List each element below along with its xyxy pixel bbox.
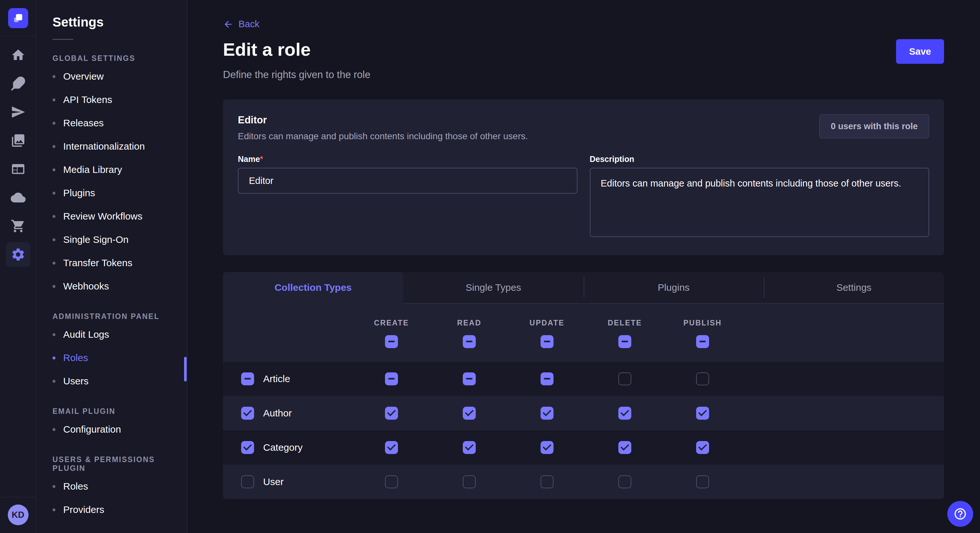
sidebar-item-label: Transfer Tokens [63, 257, 132, 268]
checkbox-article-create[interactable] [385, 373, 398, 385]
strapi-logo[interactable] [8, 8, 28, 28]
rail-item-cart[interactable] [10, 218, 26, 234]
tab-settings[interactable]: Settings [764, 272, 944, 304]
rail-item-gear[interactable] [6, 242, 30, 267]
checkbox-category-read[interactable] [463, 441, 476, 454]
sidebar-item-label: Overview [63, 71, 104, 82]
sidebar-item-label: Configuration [63, 424, 121, 435]
bullet-icon [52, 75, 56, 78]
nav-rail-items [6, 36, 30, 497]
sidebar-item-internationalization[interactable]: Internationalization [52, 135, 177, 158]
role-name-title: Editor [238, 114, 528, 126]
permission-cell [586, 373, 664, 385]
help-button[interactable] [947, 501, 973, 527]
checkbox-user-update[interactable] [541, 475, 554, 488]
tab-plugins[interactable]: Plugins [584, 272, 764, 304]
checkbox-row-author[interactable] [241, 407, 254, 420]
checkbox-article-update[interactable] [541, 373, 554, 385]
rail-item-home[interactable] [10, 47, 26, 63]
checkbox-article-read[interactable] [463, 373, 476, 385]
column-label: UPDATE [530, 319, 565, 327]
entity-label: User [263, 476, 283, 487]
checkbox-user-read[interactable] [463, 475, 476, 488]
rail-item-paper-plane[interactable] [10, 104, 26, 120]
sidebar-item-roles[interactable]: Roles [52, 475, 177, 498]
name-input[interactable] [238, 168, 578, 194]
checkbox-select-all-publish[interactable] [696, 335, 709, 348]
checkbox-select-all-read[interactable] [463, 335, 476, 348]
sidebar-item-label: Plugins [63, 187, 95, 198]
permission-row-user: User [223, 465, 944, 499]
checkbox-select-all-delete[interactable] [618, 335, 631, 348]
checkbox-category-publish[interactable] [696, 441, 709, 454]
sidebar-item-releases[interactable]: Releases [52, 111, 177, 135]
sidebar-item-configuration[interactable]: Configuration [52, 418, 177, 441]
rail-item-feather[interactable] [10, 76, 26, 91]
sidebar-item-plugins[interactable]: Plugins [52, 181, 177, 205]
sidebar-item-review-workflows[interactable]: Review Workflows [52, 205, 177, 228]
back-link[interactable]: Back [223, 19, 259, 30]
sidebar-item-media-library[interactable]: Media Library [52, 158, 177, 181]
checkbox-row-category[interactable] [241, 441, 254, 454]
checkbox-select-all-update[interactable] [541, 335, 554, 348]
column-header-delete: DELETE [586, 319, 664, 348]
column-label: PUBLISH [684, 319, 722, 327]
checkbox-author-read[interactable] [463, 407, 476, 420]
sidebar-item-webhooks[interactable]: Webhooks [52, 274, 177, 298]
tab-collection-types[interactable]: Collection Types [223, 272, 403, 304]
home-icon [11, 48, 25, 62]
bullet-icon [52, 168, 56, 171]
role-card-header: Editor Editors can manage and publish co… [238, 114, 929, 141]
checkbox-select-all-create[interactable] [385, 335, 398, 348]
avatar[interactable]: KD [8, 504, 29, 525]
sidebar-item-audit-logs[interactable]: Audit Logs [52, 323, 177, 346]
required-asterisk: * [260, 154, 263, 163]
sidebar-item-roles[interactable]: Roles [52, 346, 177, 370]
sidebar-item-single-sign-on[interactable]: Single Sign-On [52, 228, 177, 251]
column-label: DELETE [608, 319, 642, 327]
permissions-rows: ArticleAuthorCategoryUser [223, 362, 944, 499]
description-textarea[interactable]: Editors can manage and publish contents … [590, 168, 929, 237]
permission-cell [430, 475, 508, 488]
bullet-icon [52, 380, 56, 383]
checkbox-article-delete[interactable] [618, 373, 631, 385]
sidebar-item-overview[interactable]: Overview [52, 65, 177, 88]
page-title: Edit a role [223, 39, 311, 60]
checkbox-category-create[interactable] [385, 441, 398, 454]
checkbox-category-update[interactable] [541, 441, 554, 454]
bullet-icon [52, 285, 56, 288]
sidebar-item-api-tokens[interactable]: API Tokens [52, 88, 177, 111]
rail-item-cloud[interactable] [10, 190, 26, 205]
title-divider [52, 39, 73, 40]
permission-cell [430, 373, 508, 385]
bullet-icon [52, 485, 56, 488]
checkbox-author-delete[interactable] [618, 407, 631, 420]
section-label-administration-panel: ADMINISTRATION PANEL [52, 312, 177, 321]
cart-icon [11, 219, 25, 233]
checkbox-user-delete[interactable] [618, 475, 631, 488]
subnav-scrollbar-thumb[interactable] [184, 357, 187, 381]
checkbox-category-delete[interactable] [618, 441, 631, 454]
checkbox-row-article[interactable] [241, 373, 254, 385]
save-button[interactable]: Save [896, 39, 944, 64]
rail-item-media-library[interactable] [10, 133, 26, 148]
subnav-title: Settings [52, 15, 177, 29]
checkbox-author-publish[interactable] [696, 407, 709, 420]
tab-single-types[interactable]: Single Types [403, 272, 583, 304]
rail-item-layout[interactable] [10, 161, 26, 177]
users-with-role-badge[interactable]: 0 users with this role [819, 114, 929, 138]
checkbox-article-publish[interactable] [696, 373, 709, 385]
permission-cell [586, 441, 664, 454]
main-content: Back Edit a role Save Define the rights … [187, 0, 980, 533]
permission-cell [430, 441, 508, 454]
sidebar-item-transfer-tokens[interactable]: Transfer Tokens [52, 251, 177, 274]
checkbox-user-publish[interactable] [696, 475, 709, 488]
permission-cell [664, 373, 741, 385]
checkbox-row-user[interactable] [241, 475, 254, 488]
sidebar-item-providers[interactable]: Providers [52, 498, 177, 521]
sidebar-item-users[interactable]: Users [52, 370, 177, 393]
checkbox-author-update[interactable] [541, 407, 554, 420]
checkbox-user-create[interactable] [385, 475, 398, 488]
permission-cell [664, 441, 741, 454]
checkbox-author-create[interactable] [385, 407, 398, 420]
